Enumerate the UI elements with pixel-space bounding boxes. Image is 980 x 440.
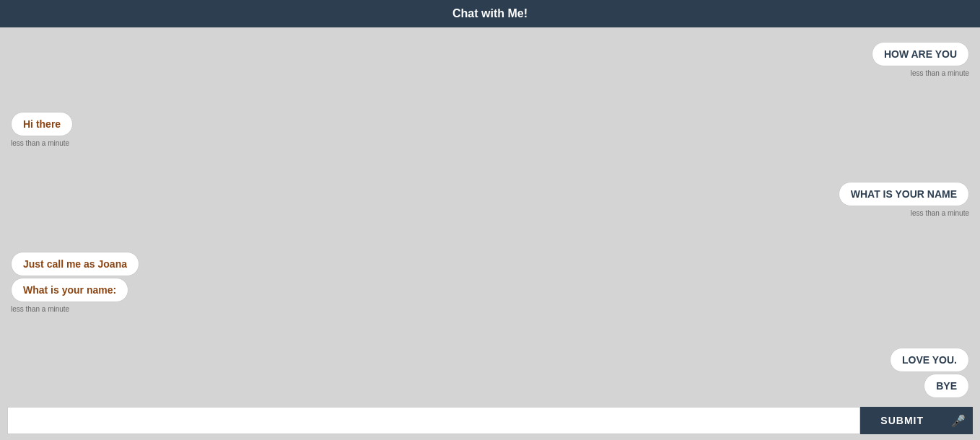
- message-timestamp: less than a minute: [11, 305, 69, 313]
- message-bubble: Just call me as Joana: [11, 252, 139, 276]
- chat-input[interactable]: [7, 407, 860, 434]
- input-area: SUBMIT 🎤: [0, 401, 980, 440]
- submit-button[interactable]: SUBMIT: [860, 407, 944, 434]
- mic-button[interactable]: 🎤: [944, 407, 973, 434]
- message-bubble: WHAT IS YOUR NAME: [839, 182, 969, 206]
- message-timestamp: less than a minute: [911, 69, 969, 77]
- message-bubble: HOW ARE YOU: [872, 42, 969, 66]
- message-timestamp: less than a minute: [911, 209, 969, 217]
- chat-header: Chat with Me!: [0, 0, 980, 27]
- message-timestamp: less than a minute: [11, 139, 69, 147]
- message-bubble: What is your name:: [11, 278, 128, 302]
- message-group: HOW ARE YOUless than a minute: [11, 42, 969, 77]
- header-title: Chat with Me!: [452, 7, 528, 19]
- chat-messages-area: HOW ARE YOUless than a minuteHi thereles…: [0, 27, 980, 401]
- message-bubble: LOVE YOU.: [890, 348, 969, 372]
- message-bubble: Hi there: [11, 112, 73, 136]
- message-group: Hi thereless than a minute: [11, 112, 969, 147]
- message-group: Just call me as JoanaWhat is your name:l…: [11, 252, 969, 313]
- message-group: WHAT IS YOUR NAMEless than a minute: [11, 182, 969, 217]
- message-bubble: BYE: [924, 374, 969, 398]
- mic-icon: 🎤: [951, 414, 966, 428]
- message-group: LOVE YOU.BYEless than a minute: [11, 348, 969, 401]
